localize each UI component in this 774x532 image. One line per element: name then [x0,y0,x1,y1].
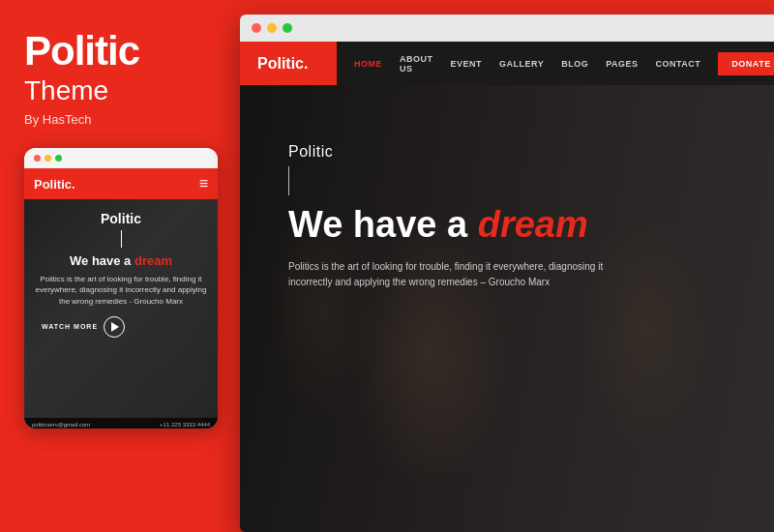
mobile-watch-more: WATCH MORE [34,316,208,338]
desktop-nav-about[interactable]: ABOUT US [400,54,433,74]
mobile-watch-label: WATCH MORE [42,323,98,330]
mobile-footer-email: politicserv@gmail.com [32,422,90,428]
mobile-hero-content: Politic We have a dream Politics is the … [24,211,218,338]
desktop-close-dot[interactable] [252,23,261,33]
mobile-headline-plain: We have a [70,253,134,268]
desktop-nav-contact[interactable]: CONTACT [656,59,701,69]
desktop-hero: Politic We have a dream Politics is the … [240,85,774,532]
desktop-nav-logo: Politic. [240,42,337,85]
desktop-titlebar [240,15,774,42]
mobile-hero: Politic We have a dream Politics is the … [24,199,218,429]
desktop-nav: Politic. HOME ABOUT US EVENT GALLERY BLO… [240,42,774,85]
mobile-body-text: Politics is the art of looking for troub… [34,274,208,307]
desktop-nav-links: HOME ABOUT US EVENT GALLERY BLOG PAGES C… [337,54,718,74]
desktop-nav-blog[interactable]: BLOG [561,59,588,69]
mobile-close-dot [34,155,41,162]
mobile-footer-phone: +11 225 3333 4444 [160,422,210,428]
desktop-minimize-dot[interactable] [267,23,277,33]
mobile-minimize-dot [45,155,51,162]
desktop-headline: We have a dream [288,205,617,246]
desktop-nav-pages[interactable]: PAGES [606,59,638,69]
mobile-play-button[interactable] [104,316,125,338]
mobile-maximize-dot [55,155,62,162]
mobile-politic-text: Politic [34,211,208,226]
mobile-divider [121,230,122,248]
desktop-headline-plain: We have a [288,204,478,245]
desktop-body-text: Politics is the art of looking for troub… [288,259,617,290]
desktop-preview: Politic. HOME ABOUT US EVENT GALLERY BLO… [240,15,774,532]
theme-subtitle: Theme [24,75,213,106]
desktop-headline-dream: dream [478,204,588,245]
mobile-nav: Politic. ≡ [24,168,218,199]
mobile-titlebar [24,148,218,168]
desktop-nav-gallery[interactable]: GALLERY [499,59,544,69]
mobile-headline-dream: dream [134,253,172,268]
desktop-nav-event[interactable]: EVENT [451,59,483,69]
mobile-preview: Politic. ≡ Politic We have a dream Polit… [24,148,218,429]
mobile-hamburger-icon[interactable]: ≡ [199,175,208,192]
theme-author: By HasTech [24,112,213,127]
mobile-headline: We have a dream [34,253,208,268]
mobile-logo: Politic. [34,177,75,192]
desktop-nav-home[interactable]: HOME [354,59,382,69]
desktop-donate-button[interactable]: DONATE [718,52,774,75]
desktop-thin-line [288,166,289,195]
theme-title: Politic [24,29,213,74]
left-panel: Politic Theme By HasTech Politic. ≡ Poli… [0,0,237,532]
desktop-politic-text: Politic [288,143,617,161]
desktop-maximize-dot[interactable] [283,23,292,33]
mobile-footer-bar: politicserv@gmail.com +11 225 3333 4444 [24,418,218,429]
desktop-hero-content: Politic We have a dream Politics is the … [288,143,617,290]
